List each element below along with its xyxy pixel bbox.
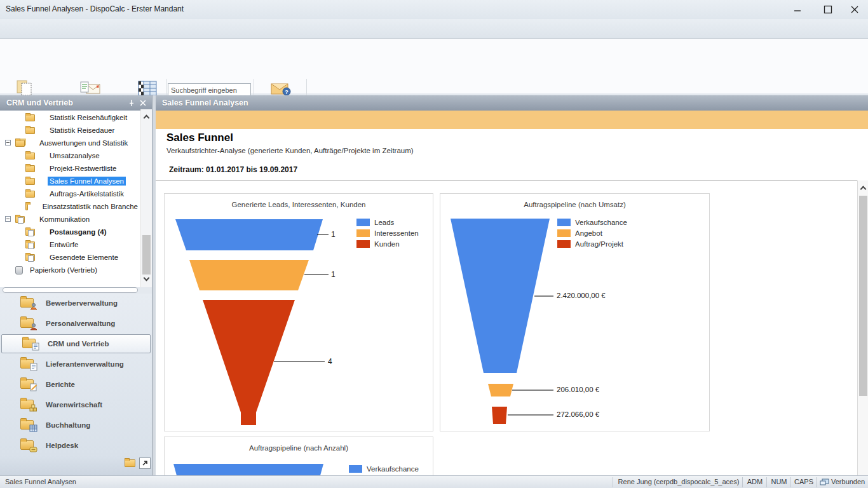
legend-swatch-orange [356, 229, 370, 237]
funnel-value-label: 4 [328, 357, 332, 366]
module-bewerberverwaltung[interactable]: Bewerberverwaltung [0, 294, 152, 313]
funnel-value-label: 1 [331, 230, 336, 239]
close-icon [850, 5, 859, 14]
report-period: Zeitraum: 01.01.2017 bis 19.09.2017 [169, 165, 297, 174]
module-helpdesk[interactable]: Helpdesk [0, 436, 152, 455]
sidebar-header-title: CRM und Vertrieb [6, 98, 126, 107]
status-bar: Sales Funnel Analysen Rene Jung (cerpdb_… [0, 475, 868, 488]
legend-swatch-red [557, 240, 571, 248]
arrow-icon [141, 459, 149, 467]
chart-card-leads-funnel: Generierte Leads, Interessenten, Kunden … [164, 193, 433, 431]
feedback-question-glyph: ? [285, 89, 288, 95]
tree-item-projekt-restwertliste[interactable]: Projekt-Restwertliste [0, 162, 140, 175]
legend-item: Kunden [356, 238, 419, 249]
module-lieferantenverwaltung[interactable]: Lieferantenverwaltung [0, 355, 152, 374]
status-user: Rene Jung (cerpdb_dispocalc_5_aces) [616, 478, 741, 485]
scroll-down-icon[interactable] [144, 277, 149, 281]
tree-item-kommunikation[interactable]: Kommunikation [0, 213, 140, 226]
legend-item: Interessenten [356, 227, 419, 238]
status-divider [816, 477, 817, 487]
tree-item-umsatzanalyse[interactable]: Umsatzanalyse [0, 149, 140, 162]
maximize-button[interactable] [818, 4, 837, 15]
mail-folder-icon [25, 254, 35, 261]
module-buchhaltung[interactable]: Buchhaltung [0, 416, 152, 435]
feedback-envelope-icon: ? [269, 79, 292, 97]
folder-icon [25, 127, 35, 134]
module-personalverwaltung[interactable]: Personalverwaltung [0, 314, 152, 333]
ribbon-tab-row: Datei Start Suche und Recherche Ordner A… [0, 19, 868, 38]
tree-scrollbar[interactable] [140, 109, 152, 287]
folders-view-button[interactable] [125, 459, 135, 467]
folder-icon [25, 178, 35, 185]
status-key-caps: CAPS [792, 478, 816, 485]
tree-collapse-toggle[interactable] [5, 216, 11, 222]
legend-swatch-red [356, 240, 370, 248]
status-divider [766, 477, 767, 487]
tree-item-auftrags-artikelstatistik[interactable]: Auftrags-Artikelstatistik [0, 187, 140, 200]
chart-title: Auftragspipeline (nach Anzahl) [165, 444, 433, 452]
tree-horizontal-scrollbar[interactable] [3, 287, 138, 293]
legend-swatch-orange [557, 229, 571, 237]
folder-icon [25, 114, 35, 121]
accounting-folder-icon [20, 419, 37, 431]
tree-item-auswertungen-und-statistik[interactable]: Auswertungen und Statistik [0, 137, 140, 149]
module-crm-und-vertrieb[interactable]: CRM und Vertrieb [1, 334, 151, 353]
legend-item: Verkaufschance [349, 463, 419, 474]
status-divider [790, 477, 791, 487]
pin-button[interactable] [126, 98, 137, 108]
mail-folder-icon [25, 229, 35, 236]
status-connection: Verbunden [831, 478, 865, 485]
funnel-value-label: 2.420.000,00 € [557, 292, 606, 299]
tree-item-statistik-reisehaeufigkeit[interactable]: Statistik Reisehäufigkeit [0, 111, 140, 124]
applicants-folder-icon [20, 297, 37, 309]
panel-close-button[interactable] [137, 98, 149, 108]
legend-swatch-blue [356, 219, 370, 226]
tree-collapse-toggle[interactable] [5, 140, 11, 146]
status-divider [613, 477, 613, 487]
chart-card-pipeline-anzahl: Auftragspipeline (nach Anzahl) Verkaufsc… [164, 437, 433, 475]
tree-item-postausgang[interactable]: Postausgang (4) [0, 226, 140, 238]
chart-title: Auftragspipeline (nach Umsatz) [440, 201, 709, 208]
tree-item-statistik-reisedauer[interactable]: Statistik Reisedauer [0, 124, 140, 137]
tree-item-entwuerfe[interactable]: Entwürfe [0, 238, 140, 251]
tree-item-sales-funnel-analysen[interactable]: Sales Funnel Analysen [0, 175, 140, 187]
connection-icon [820, 478, 829, 486]
status-key-num: NUM [768, 478, 790, 485]
status-divider [742, 477, 743, 487]
tree-scrollbar-thumb[interactable] [142, 235, 151, 274]
module-berichte[interactable]: Berichte [0, 375, 152, 394]
content-scrollbar[interactable] [857, 180, 868, 475]
inventory-folder-icon [20, 398, 37, 411]
legend-swatch-blue [349, 465, 362, 473]
charts-area: Generierte Leads, Interessenten, Kunden … [156, 180, 857, 475]
suppliers-folder-icon [20, 358, 37, 370]
folder-icon [25, 152, 35, 159]
legend-item: Leads [356, 217, 419, 227]
folder-icon [125, 459, 135, 467]
chart-title: Generierte Leads, Interessenten, Kunden [165, 201, 433, 208]
mail-folder-icon [15, 216, 25, 223]
minimize-button[interactable] [788, 4, 807, 15]
folder-icon [25, 191, 35, 198]
close-button[interactable] [845, 4, 864, 15]
application-window: Sales Funnel Analysen - DispoCalc - Erst… [0, 0, 868, 488]
tree-item-einsatzstatistik-nach-branche[interactable]: Einsatzstatistik nach Branche [0, 200, 140, 213]
report-title: Sales Funnel [166, 132, 233, 144]
helpdesk-folder-icon [20, 439, 37, 452]
minimize-icon [794, 6, 801, 13]
close-icon [140, 100, 146, 106]
tree-item-papierkorb[interactable]: Papierkorb (Vertrieb) [0, 264, 140, 276]
tree-item-gesendete-elemente[interactable]: Gesendete Elemente [0, 251, 140, 264]
module-warenwirtschaft[interactable]: Warenwirtschaft [0, 395, 152, 414]
scroll-up-icon[interactable] [144, 114, 149, 119]
folder-icon [25, 165, 35, 172]
crm-folder-icon [22, 337, 39, 350]
scroll-up-icon[interactable] [861, 186, 865, 190]
funnel-value-label: 206.010,00 € [557, 386, 599, 393]
content-scrollbar-thumb[interactable] [859, 196, 867, 396]
folder-stack-icon [15, 140, 25, 147]
search-input[interactable] [168, 83, 251, 97]
status-left: Sales Funnel Analysen [5, 478, 76, 485]
expand-navigation-button[interactable] [139, 458, 151, 469]
mail-folder-icon [25, 241, 35, 248]
